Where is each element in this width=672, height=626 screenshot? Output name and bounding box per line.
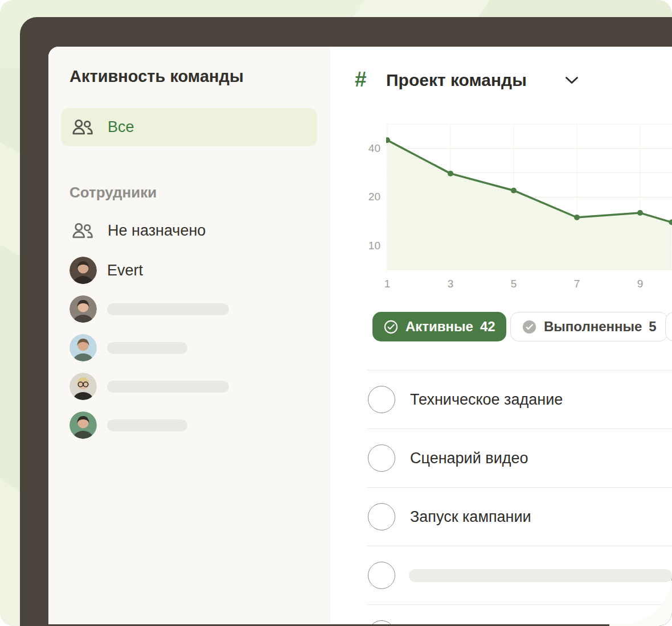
filter-active-label: Активные bbox=[405, 319, 473, 335]
y-tick-label: 40 bbox=[341, 142, 380, 155]
task-checkbox[interactable] bbox=[368, 503, 395, 530]
x-tick-label: 9 bbox=[632, 278, 649, 290]
activity-chart bbox=[386, 124, 672, 270]
sidebar-item-member[interactable] bbox=[61, 411, 317, 439]
task-list: Техническое заданиеСценарий видеоЗапуск … bbox=[367, 370, 672, 624]
filter-button-active[interactable]: Активные 42 bbox=[372, 312, 506, 341]
x-tick-label: 5 bbox=[505, 278, 522, 290]
chevron-down-icon[interactable] bbox=[565, 76, 579, 84]
project-title: Проект команды bbox=[386, 69, 527, 91]
member-list: Evert bbox=[61, 257, 317, 450]
sidebar-item-all[interactable]: Все bbox=[61, 108, 317, 146]
task-row[interactable] bbox=[367, 604, 672, 624]
filter-button-completed[interactable]: Выполненные 5 bbox=[510, 312, 668, 341]
x-tick-label: 1 bbox=[379, 278, 396, 290]
sidebar-item-unassigned-label: Не назначено bbox=[108, 222, 206, 240]
filter-completed-count: 5 bbox=[649, 319, 656, 335]
task-title: Техническое задание bbox=[410, 391, 563, 409]
filter-button-partial[interactable] bbox=[665, 312, 672, 341]
sidebar-item-member[interactable] bbox=[61, 373, 317, 400]
sidebar: Активность команды Все Сотрудники bbox=[48, 47, 330, 624]
skeleton-text bbox=[409, 569, 672, 582]
avatar bbox=[69, 295, 97, 323]
main-content: # Проект команды 402010 13579 Активные 4… bbox=[330, 47, 672, 624]
marketing-canvas: Активность команды Все Сотрудники bbox=[0, 0, 672, 626]
task-checkbox[interactable] bbox=[368, 620, 395, 624]
app-panel: Активность команды Все Сотрудники bbox=[48, 47, 672, 624]
people-icon bbox=[71, 118, 94, 136]
skeleton-text bbox=[107, 381, 229, 393]
project-hash-icon: # bbox=[355, 67, 367, 92]
sidebar-title: Активность команды bbox=[69, 67, 244, 86]
people-icon bbox=[71, 222, 94, 240]
filter-active-count: 42 bbox=[480, 319, 495, 335]
member-name: Evert bbox=[107, 262, 143, 279]
avatar bbox=[69, 411, 97, 439]
x-tick-label: 3 bbox=[442, 278, 459, 290]
sidebar-item-member[interactable] bbox=[61, 295, 317, 323]
x-tick-label: 7 bbox=[568, 278, 585, 290]
task-checkbox[interactable] bbox=[368, 562, 395, 589]
task-row[interactable] bbox=[367, 546, 672, 604]
task-title: Запуск кампании bbox=[410, 508, 531, 526]
sidebar-item-member[interactable]: Evert bbox=[61, 257, 317, 284]
skeleton-text bbox=[107, 419, 187, 431]
check-circle-outline-icon bbox=[383, 319, 399, 335]
skeleton-text bbox=[107, 342, 187, 354]
task-checkbox[interactable] bbox=[368, 386, 395, 413]
filter-completed-label: Выполненные bbox=[544, 319, 642, 335]
sidebar-item-all-label: Все bbox=[108, 118, 134, 136]
task-row[interactable]: Техническое задание bbox=[367, 370, 672, 429]
sidebar-item-member[interactable] bbox=[61, 334, 317, 361]
skeleton-text bbox=[107, 303, 229, 315]
sidebar-item-unassigned[interactable]: Не назначено bbox=[61, 217, 317, 244]
avatar bbox=[69, 373, 97, 400]
avatar bbox=[69, 257, 97, 284]
task-title: Сценарий видео bbox=[410, 450, 528, 467]
task-row[interactable]: Запуск кампании bbox=[367, 487, 672, 546]
employees-heading: Сотрудники bbox=[69, 184, 157, 201]
task-checkbox[interactable] bbox=[368, 444, 395, 472]
task-row[interactable]: Сценарий видео bbox=[367, 429, 672, 487]
y-tick-label: 20 bbox=[341, 191, 380, 203]
y-tick-label: 10 bbox=[341, 240, 380, 252]
check-circle-filled-icon bbox=[522, 319, 537, 335]
avatar bbox=[69, 334, 97, 361]
